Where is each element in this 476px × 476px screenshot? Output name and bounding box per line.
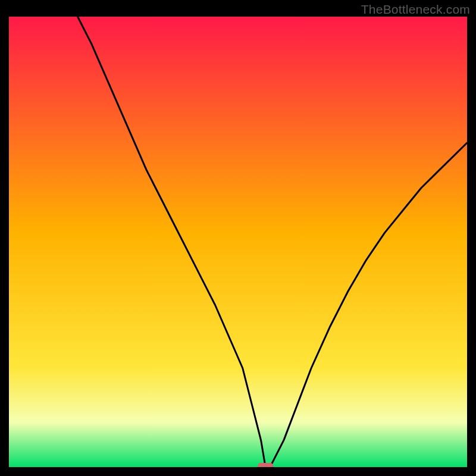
plot-area: [9, 17, 467, 467]
attribution-text: TheBottleneck.com: [361, 2, 470, 17]
bottleneck-curve-chart: [9, 17, 467, 467]
optimal-point-marker: [258, 463, 273, 467]
chart-container: TheBottleneck.com: [0, 0, 476, 476]
gradient-background: [9, 17, 467, 467]
